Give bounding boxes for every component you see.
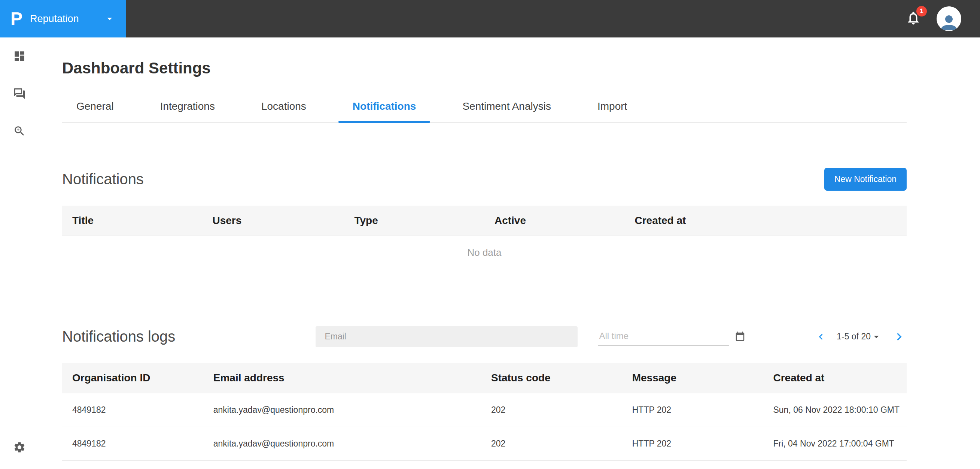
topbar: P Reputation 1 [0, 0, 980, 37]
table-header-row: Organisation ID Email address Status cod… [62, 363, 907, 393]
column-header-organisation-id: Organisation ID [62, 363, 203, 393]
column-header-email-address: Email address [203, 363, 481, 393]
gear-icon [13, 441, 26, 455]
column-header-status-code: Status code [481, 363, 622, 393]
page-range-selector[interactable]: 1-5 of 20 [837, 331, 882, 342]
chevron-down-icon [104, 13, 115, 24]
tab-integrations[interactable]: Integrations [146, 100, 229, 122]
page-range-label: 1-5 of 20 [837, 332, 871, 341]
main-content: Dashboard Settings General Integrations … [39, 37, 980, 469]
cell-org-id: 4849182 [62, 427, 203, 461]
sidebar-item-settings[interactable] [11, 440, 28, 456]
notifications-section-header: Notifications New Notification [62, 168, 907, 191]
new-notification-button[interactable]: New Notification [824, 168, 907, 191]
notification-badge: 1 [916, 6, 927, 16]
cell-status-code: 202 [481, 393, 622, 427]
notifications-button[interactable]: 1 [904, 9, 923, 29]
caret-down-icon [871, 331, 882, 342]
sidebar-item-dashboard[interactable] [11, 49, 28, 65]
tab-sentiment-analysis[interactable]: Sentiment Analysis [448, 100, 565, 122]
email-filter-input[interactable] [315, 326, 578, 347]
empty-state-row: No data [62, 236, 907, 270]
previous-page-button[interactable] [815, 331, 827, 343]
logs-section-header: Notifications logs 1-5 of 20 [62, 326, 907, 347]
date-range-input[interactable] [598, 328, 729, 346]
app-shell: Dashboard Settings General Integrations … [0, 37, 980, 469]
tab-notifications[interactable]: Notifications [338, 100, 431, 122]
cell-email: ankita.yadav@questionpro.com [203, 393, 481, 427]
cell-org-id: 4849182 [62, 393, 203, 427]
zoom-in-icon [13, 125, 26, 139]
dashboard-icon [13, 50, 26, 64]
tab-locations[interactable]: Locations [247, 100, 320, 122]
column-header-type: Type [344, 206, 484, 236]
logs-section-title: Notifications logs [62, 328, 175, 345]
person-icon [938, 12, 960, 31]
column-header-users: Users [202, 206, 344, 236]
notifications-table: Title Users Type Active Created at No da… [62, 206, 907, 270]
column-header-message: Message [622, 363, 763, 393]
empty-state-text: No data [62, 236, 907, 270]
cell-created-at: Fri, 04 Nov 2022 17:00:04 GMT [763, 427, 907, 461]
tab-import[interactable]: Import [583, 100, 641, 122]
brand-logo: P [11, 10, 22, 28]
sidebar [0, 37, 39, 469]
brand-product-name: Reputation [30, 13, 79, 25]
cell-message: HTTP 202 [622, 393, 763, 427]
calendar-icon[interactable] [735, 331, 746, 342]
cell-created-at: Sun, 06 Nov 2022 18:00:10 GMT [763, 393, 907, 427]
table-header-row: Title Users Type Active Created at [62, 206, 907, 236]
page-title: Dashboard Settings [62, 59, 907, 77]
pagination: 1-5 of 20 [815, 329, 907, 344]
tab-general[interactable]: General [62, 100, 128, 122]
cell-message: HTTP 202 [622, 427, 763, 461]
sidebar-item-conversations[interactable] [11, 86, 28, 103]
notifications-section-title: Notifications [62, 171, 144, 188]
user-avatar[interactable] [937, 6, 961, 31]
date-range-field [598, 328, 746, 346]
column-header-title: Title [62, 206, 202, 236]
product-switcher[interactable]: P Reputation [0, 0, 126, 37]
column-header-created-at: Created at [763, 363, 907, 393]
column-header-active: Active [484, 206, 624, 236]
cell-status-code: 202 [481, 427, 622, 461]
topbar-actions: 1 [904, 6, 980, 31]
next-page-button[interactable] [892, 329, 907, 344]
table-row: 4849182 ankita.yadav@questionpro.com 202… [62, 427, 907, 461]
sidebar-item-explore[interactable] [11, 124, 28, 140]
notification-logs-table: Organisation ID Email address Status cod… [62, 363, 907, 461]
settings-tabs: General Integrations Locations Notificat… [62, 100, 907, 123]
cell-email: ankita.yadav@questionpro.com [203, 427, 481, 461]
table-row: 4849182 ankita.yadav@questionpro.com 202… [62, 393, 907, 427]
chat-icon [13, 87, 26, 102]
column-header-created-at: Created at [624, 206, 907, 236]
